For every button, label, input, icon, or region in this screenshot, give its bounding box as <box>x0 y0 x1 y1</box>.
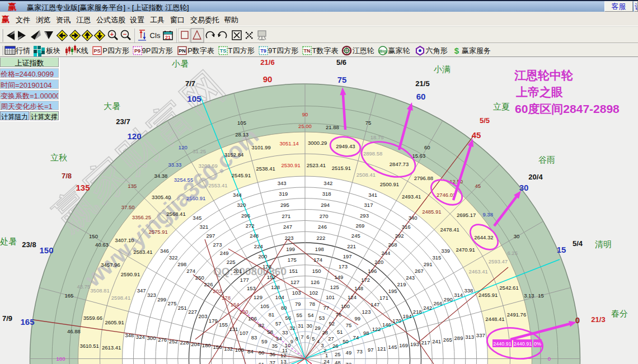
svg-text:276: 276 <box>158 337 167 343</box>
svg-text:176: 176 <box>262 263 271 270</box>
svg-text:323: 323 <box>147 292 156 298</box>
svg-text:9: 9 <box>290 338 293 344</box>
svg-text:3051.14: 3051.14 <box>280 140 299 146</box>
svg-text:2695.17: 2695.17 <box>457 212 476 218</box>
svg-text:247: 247 <box>283 224 292 230</box>
svg-text:146: 146 <box>382 322 391 328</box>
svg-text:246: 246 <box>318 224 327 230</box>
svg-text:296: 296 <box>241 212 250 219</box>
svg-text:上帝之眼: 上帝之眼 <box>515 86 563 98</box>
svg-text:36: 36 <box>270 351 276 357</box>
svg-text:135: 135 <box>128 183 137 189</box>
svg-text:153: 153 <box>247 285 256 291</box>
svg-text:150: 150 <box>39 245 53 255</box>
svg-text:179: 179 <box>209 318 218 324</box>
svg-text:165: 165 <box>64 292 73 299</box>
svg-text:52: 52 <box>329 320 335 327</box>
svg-text:90: 90 <box>302 111 308 117</box>
svg-text:84: 84 <box>247 348 254 354</box>
svg-text:31.25: 31.25 <box>193 148 206 154</box>
svg-text:224: 224 <box>254 243 263 249</box>
svg-text:2593.47: 2593.47 <box>489 258 508 264</box>
svg-text:104: 104 <box>275 294 284 300</box>
svg-text:2440.91: 2440.91 <box>514 341 532 347</box>
svg-text:2949.43: 2949.43 <box>336 143 355 149</box>
svg-text:317: 317 <box>364 202 373 208</box>
svg-text:170: 170 <box>392 318 401 324</box>
svg-text:97: 97 <box>368 347 374 353</box>
svg-text:赢家轮: 赢家轮 <box>388 46 410 55</box>
svg-text:122: 122 <box>372 326 381 332</box>
svg-text:24: 24 <box>323 358 330 364</box>
svg-text:3610.51: 3610.51 <box>79 343 98 349</box>
svg-text:T9: T9 <box>260 48 266 54</box>
svg-text:2796.88: 2796.88 <box>414 175 433 181</box>
svg-text:7/9: 7/9 <box>2 314 12 323</box>
svg-text:5: 5 <box>312 335 315 342</box>
svg-text:319: 319 <box>279 191 288 197</box>
svg-text:135: 135 <box>76 183 90 192</box>
svg-text:7: 7 <box>301 334 303 340</box>
svg-text:3.13: 3.13 <box>524 292 534 299</box>
svg-text:5/4: 5/4 <box>573 239 583 248</box>
svg-text:2485.91: 2485.91 <box>422 209 441 215</box>
svg-text:202: 202 <box>213 288 222 294</box>
svg-text:20/4: 20/4 <box>528 173 543 181</box>
svg-text:294: 294 <box>321 202 330 208</box>
svg-text:147: 147 <box>370 301 379 308</box>
svg-text:120: 120 <box>127 131 141 141</box>
svg-text:220: 220 <box>374 259 383 265</box>
svg-text:150: 150 <box>89 233 98 239</box>
svg-text:127: 127 <box>290 279 299 285</box>
svg-text:37: 37 <box>270 360 276 364</box>
svg-text:2493.41: 2493.41 <box>402 193 421 200</box>
svg-text:129: 129 <box>254 294 262 300</box>
svg-text:90: 90 <box>263 74 273 84</box>
svg-text:249: 249 <box>220 250 229 256</box>
svg-text:99: 99 <box>355 315 361 322</box>
svg-text:83: 83 <box>251 334 257 341</box>
svg-text:2575.91: 2575.91 <box>149 229 168 235</box>
svg-text:148: 148 <box>354 285 363 291</box>
svg-text:180: 180 <box>202 342 211 348</box>
svg-text:Cls: Cls <box>150 31 161 40</box>
svg-text:2440.91: 2440.91 <box>493 341 512 347</box>
svg-text:221: 221 <box>347 243 356 249</box>
svg-text:30: 30 <box>306 323 312 329</box>
svg-text:谷雨: 谷雨 <box>538 155 555 164</box>
svg-text:0: 0 <box>575 315 580 325</box>
svg-text:222: 222 <box>316 235 325 241</box>
svg-text:223: 223 <box>285 235 294 241</box>
svg-text:2598.41: 2598.41 <box>111 295 130 301</box>
svg-text:34.38: 34.38 <box>154 173 168 179</box>
svg-text:242: 242 <box>423 305 432 311</box>
svg-text:60: 60 <box>416 92 426 101</box>
svg-text:293: 293 <box>360 212 369 219</box>
svg-text:0%: 0% <box>534 341 541 347</box>
svg-text:4: 4 <box>317 338 320 344</box>
svg-text:TS: TS <box>220 48 227 54</box>
svg-text:169: 169 <box>399 342 408 348</box>
svg-text:赢家服务: 赢家服务 <box>462 46 491 55</box>
svg-text:165: 165 <box>20 317 34 327</box>
svg-text:35: 35 <box>271 343 278 349</box>
svg-text:219: 219 <box>397 281 406 287</box>
svg-text:六角形: 六角形 <box>426 46 448 55</box>
svg-text:180: 180 <box>57 356 65 362</box>
svg-text:177: 177 <box>240 277 249 283</box>
svg-text:342: 342 <box>323 180 332 186</box>
svg-text:72: 72 <box>346 361 352 364</box>
svg-text:79: 79 <box>295 301 301 307</box>
svg-text:3508.81: 3508.81 <box>90 287 109 294</box>
svg-text:75: 75 <box>365 120 372 126</box>
svg-text:225: 225 <box>227 259 236 265</box>
svg-text:197: 197 <box>343 253 352 259</box>
svg-text:344: 344 <box>233 192 242 198</box>
svg-text:74: 74 <box>353 334 359 341</box>
svg-text:251: 251 <box>178 305 187 311</box>
svg-text:337: 337 <box>476 332 485 338</box>
svg-text:处暑: 处暑 <box>0 237 17 246</box>
svg-text:T四方形: T四方形 <box>228 46 255 55</box>
svg-text:2478.41: 2478.41 <box>440 226 459 233</box>
svg-text:9.38: 9.38 <box>482 211 493 218</box>
